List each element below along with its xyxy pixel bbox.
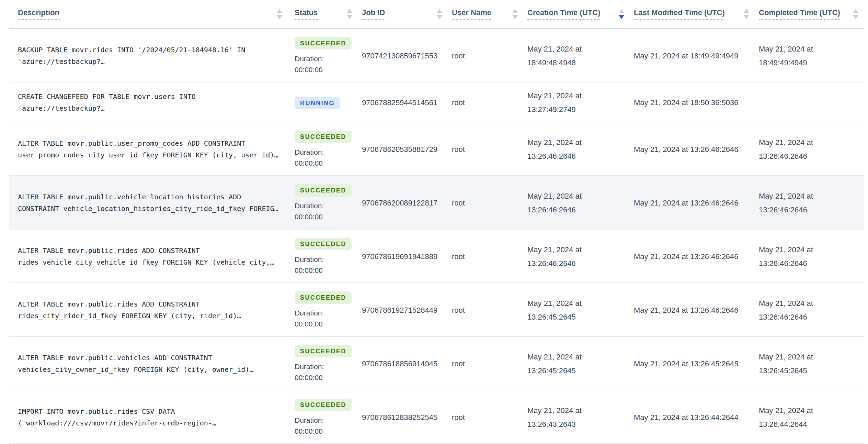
sort-up-icon[interactable] bbox=[347, 9, 352, 13]
column-header-label[interactable]: Status bbox=[295, 8, 318, 20]
column-header-label[interactable]: Last Modified Time (UTC) bbox=[634, 8, 725, 20]
sort-arrows-icon[interactable] bbox=[738, 9, 749, 19]
job-id-cell: 970678618856914945 bbox=[362, 336, 452, 390]
creation-time-cell: May 21, 2024 at 13:26:46:2646 bbox=[527, 122, 634, 176]
description-line: ALTER TABLE movr.public.vehicle_location… bbox=[18, 191, 295, 202]
sort-up-icon[interactable] bbox=[512, 9, 518, 13]
description-line: vehicles_city_owner_id_fkey FOREIGN KEY … bbox=[18, 363, 295, 375]
table-row: ALTER TABLE movr.public.vehicles ADD CON… bbox=[9, 336, 864, 390]
sort-down-icon[interactable] bbox=[853, 15, 858, 19]
status-cell: SUCCEEDED Duration: 00:00:00 bbox=[295, 283, 362, 336]
status-cell: SUCCEEDED Duration: 00:00:00 bbox=[295, 176, 362, 229]
duration-text: Duration: 00:00:00 bbox=[295, 146, 341, 168]
status-badge: SUCCEEDED bbox=[295, 37, 352, 49]
column-header-label[interactable]: Creation Time (UTC) bbox=[527, 8, 600, 20]
creation-time-cell: May 21, 2024 at 13:26:46:2646 bbox=[527, 229, 634, 283]
column-header-label[interactable]: Job ID bbox=[362, 8, 385, 20]
sort-down-icon[interactable] bbox=[512, 15, 518, 19]
sort-down-icon[interactable] bbox=[277, 15, 282, 19]
status-cell: SUCCEEDED Duration: 00:00:00 bbox=[295, 29, 362, 82]
description-line: BACKUP TABLE movr.rides INTO '/2024/05/2… bbox=[18, 44, 295, 55]
last-modified-time-cell: May 21, 2024 at 18:50:36:5036 bbox=[634, 82, 759, 122]
sort-arrows-icon[interactable] bbox=[341, 9, 352, 19]
column-header-inner: Status bbox=[295, 8, 352, 20]
sort-up-icon[interactable] bbox=[853, 9, 858, 13]
sort-up-icon[interactable] bbox=[744, 9, 749, 13]
column-header-inner: Last Modified Time (UTC) bbox=[634, 8, 749, 20]
description-line: user_promo_codes_city_user_id_fkey FOREI… bbox=[18, 149, 295, 160]
description-line: ALTER TABLE movr.public.vehicles ADD CON… bbox=[18, 352, 295, 363]
column-header-inner: Job ID bbox=[362, 8, 442, 20]
description-cell: IMPORT INTO movr.public.rides CSV DATA('… bbox=[9, 390, 295, 444]
table-row: ALTER TABLE movr.public.user_promo_codes… bbox=[9, 122, 864, 176]
status-badge: SUCCEEDED bbox=[295, 184, 352, 197]
job-id-cell: 970678620089122817 bbox=[362, 176, 452, 229]
status-badge: SUCCEEDED bbox=[295, 131, 352, 143]
description-line: CREATE CHANGEFEED FOR TABLE movr.users I… bbox=[18, 90, 295, 102]
column-header-job_id[interactable]: Job ID bbox=[362, 0, 452, 29]
column-header-status[interactable]: Status bbox=[295, 0, 362, 29]
status-badge: SUCCEEDED bbox=[295, 345, 352, 357]
column-header-inner: Completed Time (UTC) bbox=[759, 8, 858, 20]
duration-text: Duration: 00:00:00 bbox=[295, 307, 341, 329]
sort-arrows-icon[interactable] bbox=[271, 9, 282, 19]
last-modified-time-cell: May 21, 2024 at 13:26:46:2646 bbox=[634, 176, 759, 229]
column-header-inner: Description bbox=[18, 8, 282, 20]
description-cell: ALTER TABLE movr.public.user_promo_codes… bbox=[9, 122, 295, 176]
status-badge: SUCCEEDED bbox=[295, 238, 352, 250]
sort-arrows-icon[interactable] bbox=[431, 9, 442, 19]
job-id-cell: 970742130859671553 bbox=[362, 29, 452, 82]
completed-time-cell: May 21, 2024 at 13:26:46:2646 bbox=[759, 283, 864, 336]
column-header-last_modified_time[interactable]: Last Modified Time (UTC) bbox=[634, 0, 759, 29]
last-modified-time-cell: May 21, 2024 at 13:26:46:2646 bbox=[634, 283, 759, 336]
user-name-cell: root bbox=[452, 390, 527, 444]
table-row: IMPORT INTO movr.public.rides CSV DATA('… bbox=[9, 390, 864, 444]
table-row: ALTER TABLE movr.public.rides ADD CONSTR… bbox=[9, 283, 864, 336]
sort-down-icon[interactable] bbox=[437, 15, 442, 19]
description-line: rides_city_rider_id_fkey FOREIGN KEY (ci… bbox=[18, 310, 295, 321]
sort-down-icon[interactable] bbox=[619, 15, 624, 19]
sort-arrows-icon[interactable] bbox=[847, 9, 858, 19]
job-id-cell: 970678612838252545 bbox=[362, 390, 452, 444]
user-name-cell: root bbox=[452, 283, 527, 336]
column-header-label[interactable]: Description bbox=[18, 8, 59, 20]
sort-arrows-icon[interactable] bbox=[507, 9, 518, 19]
sort-up-icon[interactable] bbox=[437, 9, 442, 13]
completed-time-cell bbox=[759, 82, 864, 122]
column-header-completed_time[interactable]: Completed Time (UTC) bbox=[759, 0, 864, 29]
table-row: ALTER TABLE movr.public.rides ADD CONSTR… bbox=[9, 229, 864, 283]
creation-time-cell: May 21, 2024 at 13:26:45:2645 bbox=[527, 283, 634, 336]
description-line: ('workload:///csv/movr/rides?infer-crdb-… bbox=[18, 417, 295, 429]
sort-down-icon[interactable] bbox=[744, 15, 749, 19]
description-cell: ALTER TABLE movr.public.rides ADD CONSTR… bbox=[9, 229, 295, 283]
table-row: CREATE CHANGEFEED FOR TABLE movr.users I… bbox=[9, 82, 864, 122]
column-header-creation_time[interactable]: Creation Time (UTC) bbox=[527, 0, 634, 29]
sort-up-icon[interactable] bbox=[277, 9, 282, 13]
sort-up-icon[interactable] bbox=[619, 9, 624, 13]
description-cell: ALTER TABLE movr.public.vehicles ADD CON… bbox=[9, 336, 295, 390]
status-cell: SUCCEEDED Duration: 00:00:00 bbox=[295, 336, 362, 390]
column-header-label[interactable]: User Name bbox=[452, 8, 491, 20]
creation-time-cell: May 21, 2024 at 13:27:49:2749 bbox=[527, 82, 634, 122]
creation-time-cell: May 21, 2024 at 18:49:48:4948 bbox=[527, 29, 634, 82]
description-line: ALTER TABLE movr.public.user_promo_codes… bbox=[18, 137, 295, 149]
description-line: ALTER TABLE movr.public.rides ADD CONSTR… bbox=[18, 244, 295, 256]
column-header-label[interactable]: Completed Time (UTC) bbox=[759, 8, 840, 20]
completed-time-cell: May 21, 2024 at 13:26:46:2646 bbox=[759, 176, 864, 229]
sort-arrows-icon[interactable] bbox=[613, 9, 624, 19]
status-cell: SUCCEEDED Duration: 00:00:00 bbox=[295, 229, 362, 283]
description-line: CONSTRAINT vehicle_location_histories_ci… bbox=[18, 202, 295, 214]
column-header-inner: Creation Time (UTC) bbox=[527, 8, 624, 20]
user-name-cell: root bbox=[452, 176, 527, 229]
column-header-user_name[interactable]: User Name bbox=[452, 0, 527, 29]
creation-time-cell: May 21, 2024 at 13:26:46:2646 bbox=[527, 176, 634, 229]
jobs-page: Description Status Job ID User Name bbox=[0, 0, 868, 444]
description-cell: ALTER TABLE movr.public.vehicle_location… bbox=[9, 176, 295, 229]
description-line: 'azure://testbackup?… bbox=[18, 55, 295, 67]
table-row: BACKUP TABLE movr.rides INTO '/2024/05/2… bbox=[9, 29, 864, 82]
status-cell: SUCCEEDED Duration: 00:00:00 bbox=[295, 390, 362, 444]
sort-down-icon[interactable] bbox=[347, 15, 352, 19]
status-badge: SUCCEEDED bbox=[295, 291, 352, 304]
column-header-description[interactable]: Description bbox=[9, 0, 295, 29]
user-name-cell: root bbox=[452, 229, 527, 283]
